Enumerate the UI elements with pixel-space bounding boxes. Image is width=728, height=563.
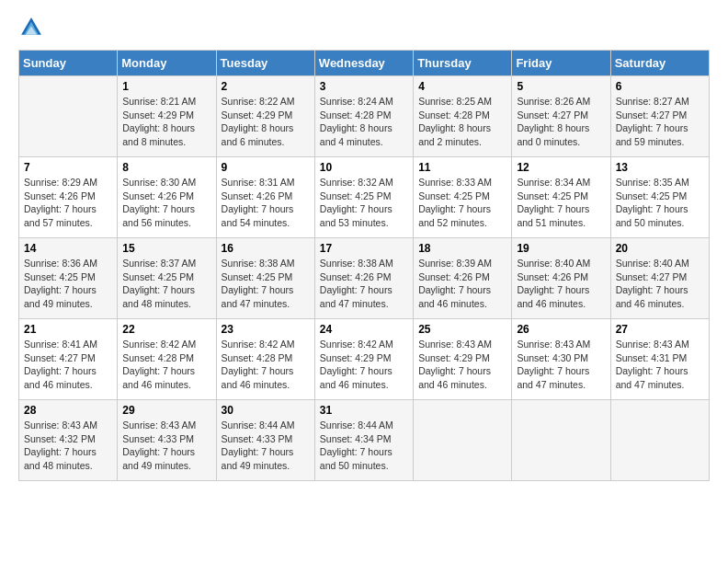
day-number: 24 <box>320 323 408 336</box>
day-info: Sunrise: 8:24 AMSunset: 4:28 PMDaylight:… <box>320 95 408 149</box>
logo <box>18 15 48 40</box>
week-row-3: 21Sunrise: 8:41 AMSunset: 4:27 PMDayligh… <box>19 319 710 400</box>
day-number: 23 <box>222 323 310 336</box>
calendar-cell: 19Sunrise: 8:40 AMSunset: 4:26 PMDayligh… <box>512 238 610 319</box>
logo-icon <box>18 15 44 40</box>
calendar-cell <box>610 400 709 481</box>
day-info: Sunrise: 8:44 AMSunset: 4:33 PMDaylight:… <box>222 419 310 473</box>
day-info: Sunrise: 8:22 AMSunset: 4:29 PMDaylight:… <box>222 95 310 149</box>
day-number: 20 <box>616 242 704 255</box>
day-info: Sunrise: 8:42 AMSunset: 4:28 PMDaylight:… <box>122 338 210 392</box>
day-number: 16 <box>222 242 310 255</box>
column-header-tuesday: Tuesday <box>216 51 314 76</box>
calendar-table: SundayMondayTuesdayWednesdayThursdayFrid… <box>18 50 710 481</box>
column-header-monday: Monday <box>118 51 216 76</box>
day-info: Sunrise: 8:38 AMSunset: 4:26 PMDaylight:… <box>320 257 408 311</box>
calendar-cell: 30Sunrise: 8:44 AMSunset: 4:33 PMDayligh… <box>216 400 314 481</box>
calendar-cell: 15Sunrise: 8:37 AMSunset: 4:25 PMDayligh… <box>118 238 216 319</box>
calendar-cell: 31Sunrise: 8:44 AMSunset: 4:34 PMDayligh… <box>314 400 413 481</box>
day-number: 28 <box>24 404 112 417</box>
day-info: Sunrise: 8:26 AMSunset: 4:27 PMDaylight:… <box>517 95 605 149</box>
day-info: Sunrise: 8:38 AMSunset: 4:25 PMDaylight:… <box>222 257 310 311</box>
day-info: Sunrise: 8:43 AMSunset: 4:31 PMDaylight:… <box>616 338 704 392</box>
calendar-cell: 4Sunrise: 8:25 AMSunset: 4:28 PMDaylight… <box>414 76 512 157</box>
day-info: Sunrise: 8:43 AMSunset: 4:30 PMDaylight:… <box>517 338 605 392</box>
day-number: 1 <box>122 80 210 93</box>
day-info: Sunrise: 8:34 AMSunset: 4:25 PMDaylight:… <box>517 176 605 230</box>
calendar-cell: 8Sunrise: 8:30 AMSunset: 4:26 PMDaylight… <box>118 157 216 238</box>
week-row-1: 7Sunrise: 8:29 AMSunset: 4:26 PMDaylight… <box>19 157 710 238</box>
day-info: Sunrise: 8:43 AMSunset: 4:32 PMDaylight:… <box>24 419 112 473</box>
calendar-cell: 16Sunrise: 8:38 AMSunset: 4:25 PMDayligh… <box>216 238 314 319</box>
calendar-cell: 3Sunrise: 8:24 AMSunset: 4:28 PMDaylight… <box>314 76 413 157</box>
calendar-cell <box>512 400 610 481</box>
calendar-cell: 27Sunrise: 8:43 AMSunset: 4:31 PMDayligh… <box>610 319 709 400</box>
day-number: 4 <box>418 80 506 93</box>
day-info: Sunrise: 8:35 AMSunset: 4:25 PMDaylight:… <box>616 176 704 230</box>
day-number: 12 <box>517 161 605 174</box>
day-number: 7 <box>24 161 112 174</box>
day-info: Sunrise: 8:31 AMSunset: 4:26 PMDaylight:… <box>222 176 310 230</box>
day-number: 18 <box>418 242 506 255</box>
column-header-thursday: Thursday <box>414 51 512 76</box>
day-number: 2 <box>222 80 310 93</box>
day-number: 25 <box>418 323 506 336</box>
day-number: 15 <box>122 242 210 255</box>
day-info: Sunrise: 8:30 AMSunset: 4:26 PMDaylight:… <box>122 176 210 230</box>
calendar-cell: 17Sunrise: 8:38 AMSunset: 4:26 PMDayligh… <box>314 238 413 319</box>
day-info: Sunrise: 8:42 AMSunset: 4:28 PMDaylight:… <box>222 338 310 392</box>
day-number: 14 <box>24 242 112 255</box>
calendar-cell: 26Sunrise: 8:43 AMSunset: 4:30 PMDayligh… <box>512 319 610 400</box>
calendar-cell: 28Sunrise: 8:43 AMSunset: 4:32 PMDayligh… <box>19 400 118 481</box>
week-row-2: 14Sunrise: 8:36 AMSunset: 4:25 PMDayligh… <box>19 238 710 319</box>
day-info: Sunrise: 8:29 AMSunset: 4:26 PMDaylight:… <box>24 176 112 230</box>
calendar-cell: 20Sunrise: 8:40 AMSunset: 4:27 PMDayligh… <box>610 238 709 319</box>
calendar-cell: 21Sunrise: 8:41 AMSunset: 4:27 PMDayligh… <box>19 319 118 400</box>
calendar-cell: 23Sunrise: 8:42 AMSunset: 4:28 PMDayligh… <box>216 319 314 400</box>
day-number: 21 <box>24 323 112 336</box>
calendar-cell: 11Sunrise: 8:33 AMSunset: 4:25 PMDayligh… <box>414 157 512 238</box>
calendar-cell: 1Sunrise: 8:21 AMSunset: 4:29 PMDaylight… <box>118 76 216 157</box>
week-row-4: 28Sunrise: 8:43 AMSunset: 4:32 PMDayligh… <box>19 400 710 481</box>
day-info: Sunrise: 8:32 AMSunset: 4:25 PMDaylight:… <box>320 176 408 230</box>
day-info: Sunrise: 8:37 AMSunset: 4:25 PMDaylight:… <box>122 257 210 311</box>
day-number: 13 <box>616 161 704 174</box>
column-header-wednesday: Wednesday <box>314 51 413 76</box>
day-info: Sunrise: 8:33 AMSunset: 4:25 PMDaylight:… <box>418 176 506 230</box>
column-header-sunday: Sunday <box>19 51 118 76</box>
calendar-cell: 24Sunrise: 8:42 AMSunset: 4:29 PMDayligh… <box>314 319 413 400</box>
calendar-cell: 10Sunrise: 8:32 AMSunset: 4:25 PMDayligh… <box>314 157 413 238</box>
calendar-cell: 29Sunrise: 8:43 AMSunset: 4:33 PMDayligh… <box>118 400 216 481</box>
day-number: 3 <box>320 80 408 93</box>
day-number: 8 <box>122 161 210 174</box>
calendar-cell: 2Sunrise: 8:22 AMSunset: 4:29 PMDaylight… <box>216 76 314 157</box>
calendar-cell: 22Sunrise: 8:42 AMSunset: 4:28 PMDayligh… <box>118 319 216 400</box>
calendar-cell: 7Sunrise: 8:29 AMSunset: 4:26 PMDaylight… <box>19 157 118 238</box>
day-info: Sunrise: 8:39 AMSunset: 4:26 PMDaylight:… <box>418 257 506 311</box>
calendar-cell <box>19 76 118 157</box>
day-number: 10 <box>320 161 408 174</box>
day-number: 31 <box>320 404 408 417</box>
day-info: Sunrise: 8:43 AMSunset: 4:29 PMDaylight:… <box>418 338 506 392</box>
calendar-cell: 9Sunrise: 8:31 AMSunset: 4:26 PMDaylight… <box>216 157 314 238</box>
day-info: Sunrise: 8:42 AMSunset: 4:29 PMDaylight:… <box>320 338 408 392</box>
calendar-cell <box>414 400 512 481</box>
page-header <box>18 15 710 40</box>
day-number: 27 <box>616 323 704 336</box>
day-info: Sunrise: 8:41 AMSunset: 4:27 PMDaylight:… <box>24 338 112 392</box>
day-info: Sunrise: 8:40 AMSunset: 4:27 PMDaylight:… <box>616 257 704 311</box>
calendar-cell: 13Sunrise: 8:35 AMSunset: 4:25 PMDayligh… <box>610 157 709 238</box>
day-number: 11 <box>418 161 506 174</box>
day-info: Sunrise: 8:21 AMSunset: 4:29 PMDaylight:… <box>122 95 210 149</box>
week-row-0: 1Sunrise: 8:21 AMSunset: 4:29 PMDaylight… <box>19 76 710 157</box>
calendar-header-row: SundayMondayTuesdayWednesdayThursdayFrid… <box>19 51 710 76</box>
day-info: Sunrise: 8:36 AMSunset: 4:25 PMDaylight:… <box>24 257 112 311</box>
calendar-cell: 18Sunrise: 8:39 AMSunset: 4:26 PMDayligh… <box>414 238 512 319</box>
calendar-body: 1Sunrise: 8:21 AMSunset: 4:29 PMDaylight… <box>19 76 710 481</box>
calendar-cell: 6Sunrise: 8:27 AMSunset: 4:27 PMDaylight… <box>610 76 709 157</box>
calendar-cell: 25Sunrise: 8:43 AMSunset: 4:29 PMDayligh… <box>414 319 512 400</box>
day-info: Sunrise: 8:43 AMSunset: 4:33 PMDaylight:… <box>122 419 210 473</box>
day-info: Sunrise: 8:25 AMSunset: 4:28 PMDaylight:… <box>418 95 506 149</box>
calendar-cell: 12Sunrise: 8:34 AMSunset: 4:25 PMDayligh… <box>512 157 610 238</box>
day-info: Sunrise: 8:44 AMSunset: 4:34 PMDaylight:… <box>320 419 408 473</box>
